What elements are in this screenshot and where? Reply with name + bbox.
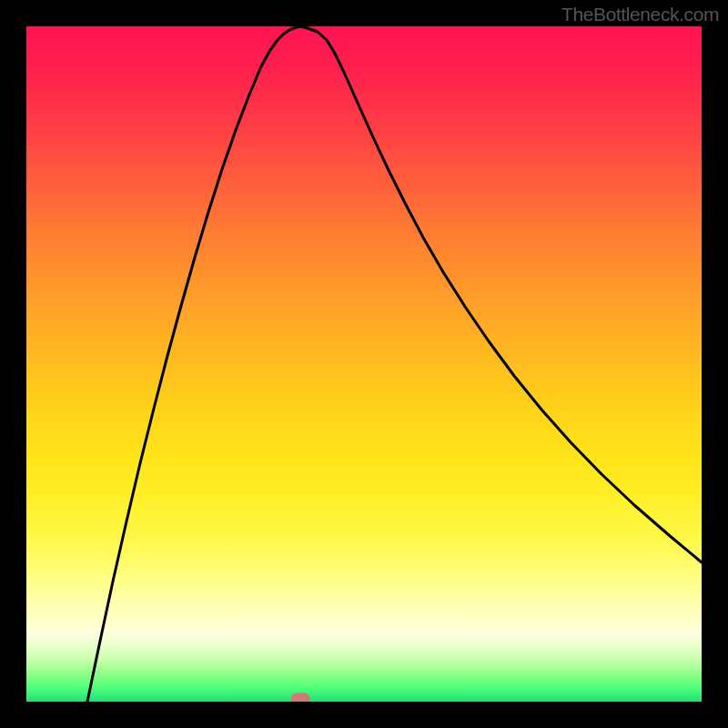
- chart-frame: TheBottleneck.com: [0, 0, 728, 728]
- plot-area: [26, 26, 702, 702]
- watermark-text: TheBottleneck.com: [561, 4, 719, 25]
- optimum-marker: [291, 693, 310, 703]
- bottleneck-curve: [26, 26, 702, 702]
